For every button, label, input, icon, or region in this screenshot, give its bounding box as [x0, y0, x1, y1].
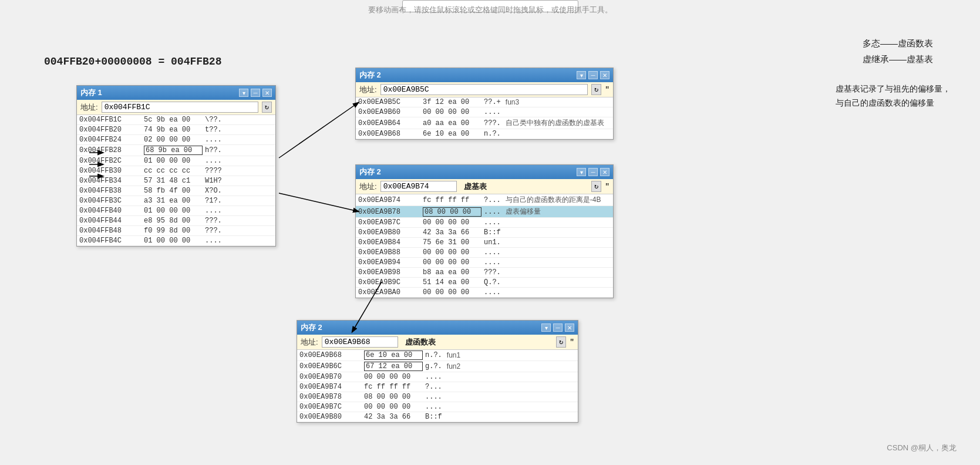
- mem2b-address-bar: 地址: 虚基表 ↻ ": [356, 179, 613, 194]
- mem1-addr-input[interactable]: [102, 102, 258, 113]
- mem2c-close-btn[interactable]: ✕: [565, 324, 574, 332]
- mem2c-refresh-btn[interactable]: ↻: [556, 336, 566, 348]
- table-row: 0x004FFB2C 01 00 00 00 ....: [77, 156, 275, 166]
- mem-bytes-cell: 08 00 00 00: [423, 207, 481, 217]
- mem1-pin-btn[interactable]: ▾: [239, 89, 248, 97]
- mem2c-content: 0x00EA9B68 6e 10 ea 00 n.?.fun10x00EA9B6…: [297, 350, 578, 422]
- mem1-title: 内存 1: [80, 87, 102, 98]
- mem-ascii-cell: ?...: [484, 196, 501, 204]
- table-row: 0x00EA9B84 75 6e 31 00 un1.: [356, 238, 613, 248]
- mem2a-rows: 0x00EA9B5C 3f 12 ea 00 ??.+fun30x00EA9B6…: [356, 97, 613, 139]
- mem2b-content: 0x00EA9B74 fc ff ff ff ?...与自己的虚函数表的距离是-…: [356, 194, 613, 298]
- mem-bytes-cell: f0 99 8d 00: [144, 227, 203, 235]
- mem2c-address-bar: 地址: 虚函数表 ↻ ": [297, 335, 578, 350]
- table-row: 0x004FFB3C a3 31 ea 00 ?1?.: [77, 196, 275, 206]
- mem-bytes-cell: 42 3a 3a 66: [423, 228, 481, 237]
- mem-bytes-cell: 01 00 00 00: [144, 207, 203, 215]
- mem2c-controls[interactable]: ▾ ─ ✕: [541, 324, 574, 332]
- mem-address-cell: 0x00EA9B68: [299, 351, 364, 359]
- table-row: 0x00EA9B78 08 00 00 00 ....虚表偏移量: [356, 206, 613, 218]
- mem-address-cell: 0x00EA9BA0: [358, 288, 423, 296]
- table-row: 0x00EA9B60 00 00 00 00 ....: [356, 107, 613, 117]
- mem-comment-cell: fun1: [447, 351, 460, 359]
- mem-bytes-cell: 02 00 00 00: [144, 136, 203, 144]
- mem1-min-btn[interactable]: ─: [251, 89, 260, 97]
- mem-ascii-cell: B::f: [484, 228, 501, 237]
- mem2b-addr-label: 地址:: [359, 181, 377, 192]
- mem2a-addr-input[interactable]: [380, 84, 588, 95]
- memory-window-2c: 内存 2 ▾ ─ ✕ 地址: 虚函数表 ↻ " 0x00EA9B68 6e 10…: [297, 320, 578, 423]
- mem2a-min-btn[interactable]: ─: [588, 71, 598, 79]
- mem1-titlebar: 内存 1 ▾ ─ ✕: [77, 86, 275, 100]
- ann-line1: 多态——虚函数表: [863, 35, 933, 51]
- mem-bytes-cell: a3 31 ea 00: [144, 197, 203, 205]
- mem2c-addr-input[interactable]: [322, 336, 398, 348]
- mem-address-cell: 0x00EA9B80: [299, 413, 364, 421]
- mem1-rows: 0x004FFB1C 5c 9b ea 00 \??.0x004FFB20 74…: [77, 115, 275, 246]
- table-row: 0x00EA9B70 00 00 00 00 ....: [297, 372, 578, 382]
- mem-bytes-cell: fc ff ff ff: [364, 383, 423, 391]
- mem1-controls[interactable]: ▾ ─ ✕: [239, 89, 272, 97]
- mem-address-cell: 0x004FFB30: [79, 167, 144, 175]
- mem1-refresh-btn[interactable]: ↻: [262, 102, 272, 113]
- mem-bytes-cell: e8 95 8d 00: [144, 217, 203, 225]
- mem2a-addr-label: 地址:: [359, 85, 377, 95]
- mem-comment-cell: fun2: [447, 362, 460, 370]
- mem-ascii-cell: ....: [484, 248, 501, 257]
- mem-bytes-cell: 68 9b ea 00: [144, 146, 203, 155]
- mem-ascii-cell: ....: [484, 258, 501, 267]
- table-row: 0x00EA9B88 00 00 00 00 ....: [356, 248, 613, 258]
- mem2b-close-btn[interactable]: ✕: [600, 168, 609, 176]
- mem-address-cell: 0x00EA9B68: [358, 130, 423, 138]
- mem2b-min-btn[interactable]: ─: [588, 168, 598, 176]
- mem-address-cell: 0x00EA9B74: [358, 196, 423, 204]
- mem-ascii-cell: ?1?.: [205, 197, 222, 205]
- mem-ascii-cell: ....: [484, 288, 501, 296]
- table-row: 0x00EA9B80 42 3a 3a 66 B::f: [297, 412, 578, 422]
- mem2a-controls[interactable]: ▾ ─ ✕: [577, 71, 609, 79]
- mem-address-cell: 0x00EA9B84: [358, 238, 423, 247]
- mem-address-cell: 0x00EA9B98: [358, 268, 423, 277]
- mem-address-cell: 0x004FFB4C: [79, 237, 144, 245]
- mem-ascii-cell: W1H?: [205, 177, 222, 185]
- mem-address-cell: 0x00EA9B74: [299, 383, 364, 391]
- mem-bytes-cell: 00 00 00 00: [423, 248, 481, 257]
- mem-bytes-cell: a0 aa ea 00: [423, 119, 481, 127]
- table-row: 0x00EA9B68 6e 10 ea 00 n.?.fun1: [297, 350, 578, 361]
- mem-ascii-cell: h??.: [205, 146, 222, 154]
- mem-address-cell: 0x00EA9B7C: [358, 218, 423, 227]
- mem-bytes-cell: 42 3a 3a 66: [364, 413, 423, 421]
- table-row: 0x00EA9B74 fc ff ff ff ?...与自己的虚函数表的距离是-…: [356, 194, 613, 206]
- mem2c-min-btn[interactable]: ─: [553, 324, 563, 332]
- mem-ascii-cell: n.?.: [484, 130, 501, 138]
- mem-ascii-cell: ?...: [425, 383, 442, 391]
- table-row: 0x00EA9B64 a0 aa ea 00 ???.自己类中独有的虚函数的虚基…: [356, 117, 613, 129]
- table-row: 0x00EA9B94 00 00 00 00 ....: [356, 258, 613, 268]
- table-row: 0x004FFB44 e8 95 8d 00 ???.: [77, 216, 275, 226]
- mem-bytes-cell: 00 00 00 00: [423, 108, 481, 116]
- mem-ascii-cell: ???.: [205, 217, 222, 225]
- mem-bytes-cell: 08 00 00 00: [364, 393, 423, 401]
- mem2c-rows: 0x00EA9B68 6e 10 ea 00 n.?.fun10x00EA9B6…: [297, 350, 578, 422]
- memory-window-2b: 内存 2 ▾ ─ ✕ 地址: 虚基表 ↻ " 0x00EA9B74 fc ff …: [355, 164, 614, 298]
- mem-bytes-cell: 00 00 00 00: [364, 373, 423, 381]
- mem2b-controls[interactable]: ▾ ─ ✕: [577, 168, 609, 176]
- mem2a-refresh-btn[interactable]: ↻: [591, 84, 601, 95]
- mem2c-pin-btn[interactable]: ▾: [541, 324, 551, 332]
- mem-address-cell: 0x00EA9B5C: [358, 98, 423, 106]
- mem2a-pin-btn[interactable]: ▾: [577, 71, 586, 79]
- ann-line2: 虚继承——虚基表: [863, 51, 933, 67]
- mem-bytes-cell: fc ff ff ff: [423, 196, 481, 204]
- mem-comment-cell: 与自己的虚函数表的距离是-4B: [506, 195, 601, 205]
- table-row: 0x00EA9B6C 67 12 ea 00 g.?.fun2: [297, 361, 578, 372]
- mem-ascii-cell: ???.: [205, 227, 222, 235]
- table-row: 0x004FFB40 01 00 00 00 ....: [77, 206, 275, 216]
- mem1-close-btn[interactable]: ✕: [262, 89, 272, 97]
- mem2b-refresh-btn[interactable]: ↻: [591, 181, 601, 192]
- svg-line-0: [279, 103, 358, 158]
- mem2a-close-btn[interactable]: ✕: [600, 71, 609, 79]
- mem-address-cell: 0x00EA9B88: [358, 248, 423, 257]
- mem2b-pin-btn[interactable]: ▾: [577, 168, 586, 176]
- mem2b-addr-input[interactable]: [380, 181, 457, 192]
- mem-bytes-cell: 00 00 00 00: [423, 288, 481, 296]
